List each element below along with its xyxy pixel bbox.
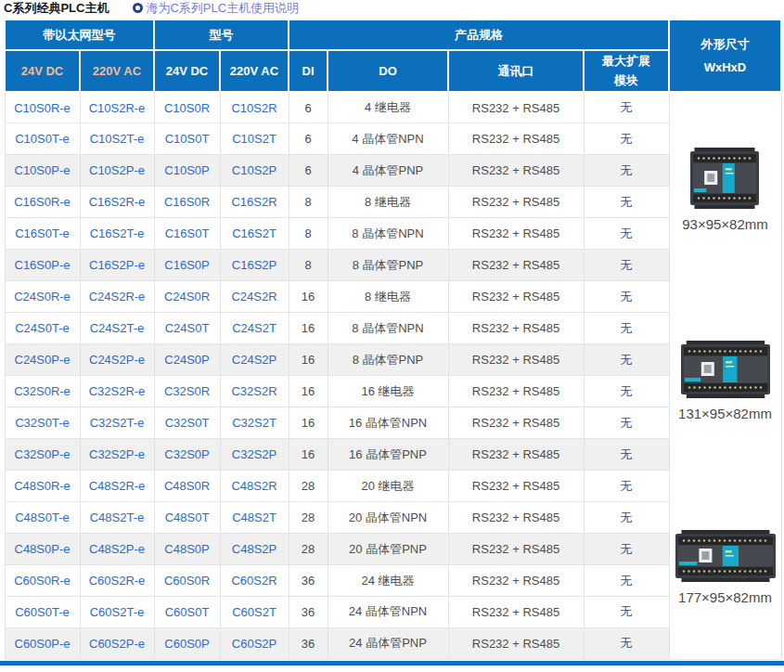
model-link-ethernet-220vac[interactable]: C48S2P-e — [80, 534, 154, 565]
max-expansion: 无 — [584, 281, 669, 313]
comm-ports: RS232 + RS485 — [448, 376, 584, 407]
model-link-ethernet-24vdc[interactable]: C60S0P-e — [5, 627, 80, 659]
di-count: 36 — [289, 565, 328, 597]
model-link-ethernet-220vac[interactable]: C32S2P-e — [80, 439, 154, 471]
model-link-ethernet-220vac[interactable]: C24S2T-e — [80, 313, 154, 344]
model-link-ethernet-24vdc[interactable]: C48S0R-e — [5, 471, 80, 502]
model-link-ethernet-220vac[interactable]: C10S2P-e — [80, 155, 154, 187]
model-link-220vac[interactable]: C24S2T — [220, 313, 289, 344]
model-link-24vdc[interactable]: C32S0T — [154, 407, 220, 439]
model-link-220vac[interactable]: C48S2P — [220, 534, 289, 565]
model-link-220vac[interactable]: C24S2R — [220, 281, 289, 313]
model-link-ethernet-220vac[interactable]: C48S2R-e — [80, 471, 154, 502]
model-link-ethernet-24vdc[interactable]: C10S0P-e — [5, 155, 80, 187]
page-container: C系列经典PLC主机 海为C系列PLC主机使用说明 带以太网型号 型号 产品规格… — [4, 0, 780, 660]
model-link-ethernet-220vac[interactable]: C24S2P-e — [80, 344, 154, 376]
header-eth-24vdc: 24V DC — [5, 50, 80, 92]
model-link-220vac[interactable]: C16S2P — [220, 250, 289, 281]
model-link-220vac[interactable]: C32S2R — [220, 376, 289, 407]
model-link-ethernet-220vac[interactable]: C24S2R-e — [80, 281, 154, 313]
model-link-24vdc[interactable]: C16S0P — [154, 250, 220, 281]
table-body: C10S0R-e C10S2R-e C10S0R C10S2R 6 4 继电器 … — [5, 92, 781, 660]
model-link-24vdc[interactable]: C10S0T — [154, 123, 220, 155]
table-row: C48S0T-e C48S2T-e C48S0T C48S2T 28 20 晶体… — [5, 502, 781, 534]
model-link-24vdc[interactable]: C48S0R — [154, 471, 220, 502]
table-row: C60S0R-e C60S2R-e C60S0R C60S2R 36 24 继电… — [5, 565, 781, 597]
model-link-220vac[interactable]: C16S2R — [220, 187, 289, 218]
model-link-ethernet-220vac[interactable]: C16S2P-e — [80, 250, 154, 281]
model-link-220vac[interactable]: C48S2R — [220, 471, 289, 502]
model-link-220vac[interactable]: C60S2T — [220, 597, 289, 628]
model-link-24vdc[interactable]: C10S0R — [154, 92, 220, 123]
model-link-24vdc[interactable]: C24S0T — [154, 313, 220, 344]
model-link-24vdc[interactable]: C16S0T — [154, 218, 220, 250]
model-link-ethernet-220vac[interactable]: C10S2R-e — [80, 92, 154, 123]
comm-ports: RS232 + RS485 — [448, 281, 584, 313]
model-link-ethernet-24vdc[interactable]: C32S0R-e — [5, 376, 80, 407]
header-sub-row: 24V DC 220V AC 24V DC 220V AC DI DO 通讯口 … — [5, 50, 781, 92]
model-link-ethernet-24vdc[interactable]: C16S0R-e — [5, 187, 80, 218]
do-type: 4 继电器 — [328, 92, 448, 123]
model-link-ethernet-24vdc[interactable]: C24S0P-e — [5, 344, 80, 376]
model-link-24vdc[interactable]: C24S0P — [154, 344, 220, 376]
table-row: C32S0T-e C32S2T-e C32S0T C32S2T 16 16 晶体… — [5, 407, 781, 439]
table-row: C10S0R-e C10S2R-e C10S0R C10S2R 6 4 继电器 … — [5, 92, 781, 123]
model-link-24vdc[interactable]: C24S0R — [154, 281, 220, 313]
model-link-220vac[interactable]: C32S2P — [220, 439, 289, 471]
model-link-220vac[interactable]: C24S2P — [220, 344, 289, 376]
model-link-ethernet-220vac[interactable]: C32S2R-e — [80, 376, 154, 407]
model-link-24vdc[interactable]: C32S0P — [154, 439, 220, 471]
model-link-24vdc[interactable]: C10S0P — [154, 155, 220, 187]
model-link-ethernet-24vdc[interactable]: C10S0T-e — [5, 123, 80, 155]
model-link-220vac[interactable]: C32S2T — [220, 407, 289, 439]
dimension-label: 93×95×82mm — [682, 216, 768, 232]
dimension-column-cell: 93×95×82mm 131×95×82mm 177×95×82mm — [669, 92, 781, 660]
model-link-24vdc[interactable]: C60S0T — [154, 597, 220, 628]
model-link-220vac[interactable]: C60S2R — [220, 565, 289, 597]
model-link-ethernet-24vdc[interactable]: C60S0T-e — [5, 597, 80, 628]
model-link-ethernet-24vdc[interactable]: C16S0T-e — [5, 218, 80, 250]
di-count: 16 — [289, 376, 328, 407]
model-link-24vdc[interactable]: C48S0P — [154, 534, 220, 565]
model-link-ethernet-24vdc[interactable]: C48S0T-e — [5, 502, 80, 534]
header-dimensions-line2: WxHxD — [670, 60, 780, 75]
model-link-ethernet-220vac[interactable]: C32S2T-e — [80, 407, 154, 439]
model-link-ethernet-220vac[interactable]: C60S2R-e — [80, 565, 154, 597]
model-link-ethernet-220vac[interactable]: C16S2T-e — [80, 218, 154, 250]
model-link-24vdc[interactable]: C48S0T — [154, 502, 220, 534]
model-link-220vac[interactable]: C16S2T — [220, 218, 289, 250]
model-link-24vdc[interactable]: C60S0R — [154, 565, 220, 597]
model-link-ethernet-24vdc[interactable]: C24S0R-e — [5, 281, 80, 313]
model-link-ethernet-220vac[interactable]: C48S2T-e — [80, 502, 154, 534]
model-link-ethernet-220vac[interactable]: C60S2T-e — [80, 597, 154, 628]
model-link-ethernet-24vdc[interactable]: C24S0T-e — [5, 313, 80, 344]
model-link-220vac[interactable]: C10S2P — [220, 155, 289, 187]
max-expansion: 无 — [584, 123, 669, 155]
model-link-ethernet-24vdc[interactable]: C48S0P-e — [5, 534, 80, 565]
di-count: 16 — [289, 344, 328, 376]
model-link-ethernet-220vac[interactable]: C16S2R-e — [80, 187, 154, 218]
table-row: C60S0P-e C60S2P-e C60S0P C60S2P 36 24 晶体… — [5, 627, 781, 659]
table-row: C16S0R-e C16S2R-e C16S0R C16S2R 8 8 继电器 … — [5, 187, 781, 218]
model-link-220vac[interactable]: C10S2R — [220, 92, 289, 123]
model-link-220vac[interactable]: C10S2T — [220, 123, 289, 155]
do-type: 8 继电器 — [328, 281, 448, 313]
model-link-ethernet-24vdc[interactable]: C32S0T-e — [5, 407, 80, 439]
max-expansion: 无 — [584, 502, 669, 534]
di-count: 16 — [289, 407, 328, 439]
model-link-220vac[interactable]: C60S2P — [220, 627, 289, 659]
model-link-220vac[interactable]: C48S2T — [220, 502, 289, 534]
model-link-ethernet-24vdc[interactable]: C32S0P-e — [5, 439, 80, 471]
manual-link[interactable]: 海为C系列PLC主机使用说明 — [133, 0, 299, 17]
table-row: C24S0R-e C24S2R-e C24S0R C24S2R 16 8 继电器… — [5, 281, 781, 313]
model-link-ethernet-220vac[interactable]: C60S2P-e — [80, 627, 154, 659]
model-link-ethernet-24vdc[interactable]: C60S0R-e — [5, 565, 80, 597]
model-link-ethernet-24vdc[interactable]: C16S0P-e — [5, 250, 80, 281]
do-type: 8 继电器 — [328, 187, 448, 218]
model-link-24vdc[interactable]: C60S0P — [154, 627, 220, 659]
model-link-ethernet-220vac[interactable]: C10S2T-e — [80, 123, 154, 155]
model-link-24vdc[interactable]: C16S0R — [154, 187, 220, 218]
model-link-ethernet-24vdc[interactable]: C10S0R-e — [5, 92, 80, 123]
model-link-24vdc[interactable]: C32S0R — [154, 376, 220, 407]
plc-device-image — [681, 341, 770, 398]
